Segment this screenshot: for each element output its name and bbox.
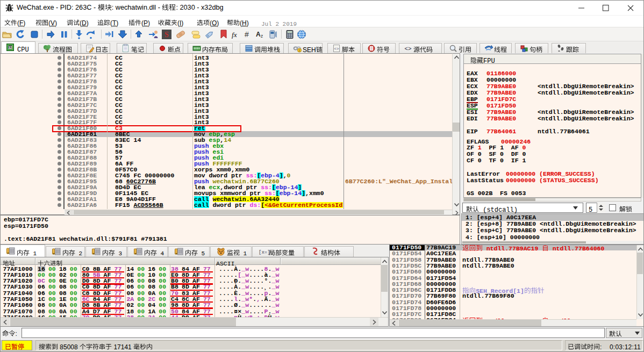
svg-text:fx: fx bbox=[232, 31, 237, 39]
svg-text:<>: <> bbox=[334, 46, 339, 51]
svg-text:S: S bbox=[164, 31, 169, 39]
svg-text:!: ! bbox=[299, 49, 300, 52]
svg-text:A: A bbox=[256, 31, 261, 38]
svg-text:<>: <> bbox=[405, 45, 412, 52]
svg-text:#: # bbox=[245, 30, 249, 39]
svg-text:z: z bbox=[261, 33, 263, 39]
svg-text:32: 32 bbox=[8, 46, 12, 49]
